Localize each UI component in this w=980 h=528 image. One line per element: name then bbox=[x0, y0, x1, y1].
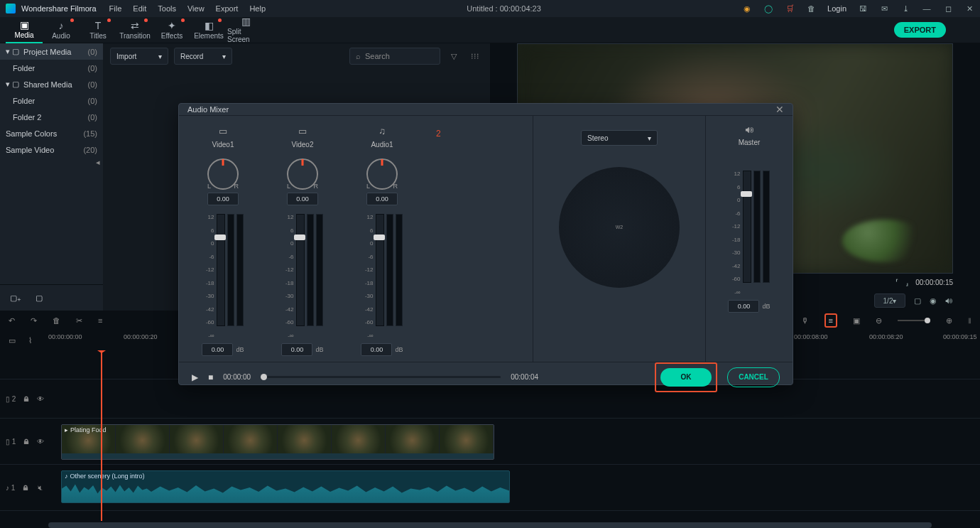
audio-clip[interactable]: ♪Other scenery (Long intro) bbox=[61, 470, 510, 503]
search-input[interactable]: ⌕Search bbox=[349, 48, 440, 65]
close-icon[interactable]: ✕ bbox=[775, 104, 784, 115]
library-item[interactable]: Folder 2(0) bbox=[0, 109, 103, 125]
timeline-scrollbar[interactable] bbox=[0, 522, 980, 528]
volume-fader[interactable] bbox=[217, 214, 225, 326]
pan-value[interactable]: 0.00 bbox=[207, 193, 239, 205]
volume-value[interactable]: 0.00 bbox=[202, 343, 233, 356]
zoom-slider[interactable] bbox=[898, 320, 930, 321]
crop-icon[interactable]: ▣ bbox=[853, 316, 860, 325]
premium-icon[interactable]: ◉ bbox=[742, 4, 752, 14]
playback-slider[interactable] bbox=[261, 376, 501, 378]
collapse-panel[interactable]: ◂ bbox=[0, 158, 103, 168]
fader-handle[interactable] bbox=[294, 235, 305, 240]
login-button[interactable]: Login bbox=[827, 4, 846, 13]
playhead[interactable] bbox=[101, 350, 102, 521]
video-clip[interactable]: ▸Plating Food bbox=[61, 424, 494, 460]
stop-button[interactable]: ■ bbox=[208, 372, 213, 382]
cancel-button[interactable]: CANCEL bbox=[727, 367, 780, 387]
zoom-in-icon[interactable]: ⊕ bbox=[946, 316, 952, 325]
tab-effects[interactable]: ✦Effects bbox=[153, 17, 190, 43]
audio-mixer-button[interactable]: ≡ bbox=[824, 313, 837, 328]
mail-icon[interactable]: ✉ bbox=[879, 4, 889, 14]
export-button[interactable]: EXPORT bbox=[894, 22, 946, 38]
download-icon[interactable]: ⤓ bbox=[900, 4, 910, 14]
maximize-icon[interactable]: ◻ bbox=[943, 4, 953, 14]
tab-audio[interactable]: ♪Audio bbox=[43, 17, 80, 43]
redo-icon[interactable]: ↷ bbox=[31, 316, 37, 325]
trash-icon[interactable]: 🗑︎ bbox=[806, 4, 816, 14]
tab-elements[interactable]: ◧Elements bbox=[190, 17, 227, 43]
tab-titles[interactable]: TTitles bbox=[80, 17, 116, 43]
library-item[interactable]: Folder(0) bbox=[0, 92, 103, 109]
zoom-out-icon[interactable]: ⊖ bbox=[876, 316, 882, 325]
music-icon: ♪ bbox=[65, 473, 68, 480]
master-value[interactable]: 0.00 bbox=[728, 300, 759, 313]
folder-icon[interactable]: ▢ bbox=[36, 293, 43, 303]
annotation-2: 2 bbox=[436, 129, 441, 139]
library-item[interactable]: Sample Video(20) bbox=[0, 141, 103, 158]
project-media-row[interactable]: ▾ ▢ Project Media(0) bbox=[0, 43, 103, 60]
filter-icon[interactable]: ▽ bbox=[446, 48, 462, 64]
fit-icon[interactable]: ⦀ bbox=[968, 316, 971, 325]
stereo-dropdown[interactable]: Stereo▾ bbox=[581, 130, 658, 146]
lock-icon[interactable]: 🔒︎ bbox=[22, 484, 29, 492]
undo-icon[interactable]: ↶ bbox=[9, 316, 15, 325]
close-icon[interactable]: ✕ bbox=[964, 4, 974, 14]
library-item[interactable]: ▾ ▢ Shared Media(0) bbox=[0, 76, 103, 92]
tab-transition[interactable]: ⇄Transition bbox=[116, 17, 153, 43]
menu-view[interactable]: View bbox=[187, 4, 205, 13]
menu-file[interactable]: File bbox=[109, 4, 122, 13]
play-button[interactable]: ▶ bbox=[192, 372, 198, 382]
record-dropdown[interactable]: Record▾ bbox=[174, 48, 232, 65]
menu-tools[interactable]: Tools bbox=[158, 4, 176, 13]
ok-button[interactable]: OK bbox=[660, 368, 712, 387]
zoom-dropdown[interactable]: 1/2 ▾ bbox=[874, 293, 905, 308]
volume-value[interactable]: 0.00 bbox=[361, 343, 392, 356]
split-icon[interactable]: ✂ bbox=[76, 316, 82, 325]
menu-help[interactable]: Help bbox=[249, 4, 266, 13]
volume-fader[interactable] bbox=[296, 214, 305, 326]
render-icon[interactable]: ▭ bbox=[9, 336, 16, 345]
lock-icon[interactable]: 🔒︎ bbox=[23, 438, 30, 446]
adjust-icon[interactable]: ≡ bbox=[98, 316, 102, 325]
volume-fader[interactable] bbox=[376, 214, 384, 326]
save-icon[interactable]: 🖫 bbox=[858, 4, 868, 14]
volume-value[interactable]: 0.00 bbox=[281, 343, 312, 356]
fader-handle[interactable] bbox=[741, 191, 752, 197]
tab-splitscreen[interactable]: ▥Split Screen bbox=[227, 17, 264, 43]
pan-value[interactable]: 0.00 bbox=[366, 193, 398, 205]
menu-export[interactable]: Export bbox=[216, 4, 239, 13]
record-vo-icon[interactable]: 🎙︎ bbox=[801, 316, 809, 325]
fader-handle[interactable] bbox=[374, 235, 385, 240]
delete-icon[interactable]: 🗑︎ bbox=[53, 316, 60, 325]
fader-handle[interactable] bbox=[214, 235, 226, 240]
volume-icon[interactable]: 🔊︎ bbox=[945, 296, 953, 305]
menu-edit[interactable]: Edit bbox=[133, 4, 146, 13]
library-item[interactable]: Folder(0) bbox=[0, 60, 103, 76]
lock-icon[interactable]: 🔒︎ bbox=[23, 395, 30, 403]
surround-panner[interactable]: W2 bbox=[559, 167, 680, 288]
pan-value[interactable]: 0.00 bbox=[287, 193, 318, 205]
link-icon[interactable]: ⌇ bbox=[28, 336, 32, 345]
new-folder-icon[interactable]: ▢₊ bbox=[10, 293, 21, 303]
mixer-track-audio1: ♫ Audio1 LR 0.00 1260-6-12-18-30-42-60-∞… bbox=[345, 122, 419, 356]
master-fader[interactable] bbox=[743, 171, 751, 283]
tab-media[interactable]: ▣Media bbox=[6, 16, 43, 43]
pan-knob[interactable] bbox=[366, 158, 398, 190]
library-item[interactable]: Sample Colors(15) bbox=[0, 125, 103, 141]
cart-icon[interactable]: 🛒︎ bbox=[785, 4, 795, 14]
quality-icon[interactable]: ▢ bbox=[914, 296, 921, 306]
mark-out-icon[interactable]: ⸥ bbox=[905, 278, 908, 287]
visible-icon[interactable]: 👁︎ bbox=[37, 438, 44, 446]
support-icon[interactable]: ◯ bbox=[763, 4, 773, 14]
visible-icon[interactable]: 👁︎ bbox=[37, 395, 44, 403]
pan-knob[interactable] bbox=[207, 158, 239, 190]
mark-in-icon[interactable]: ⸢ bbox=[895, 278, 898, 287]
pan-knob[interactable] bbox=[287, 158, 318, 190]
main-menu: File Edit Tools View Export Help bbox=[109, 4, 266, 13]
grid-view-icon[interactable]: ⁝⁝⁝ bbox=[467, 48, 483, 64]
minimize-icon[interactable]: — bbox=[922, 4, 932, 14]
mute-icon[interactable]: 🔇︎ bbox=[36, 484, 43, 492]
snapshot-icon[interactable]: ◉ bbox=[930, 296, 937, 306]
import-dropdown[interactable]: Import▾ bbox=[110, 48, 168, 65]
